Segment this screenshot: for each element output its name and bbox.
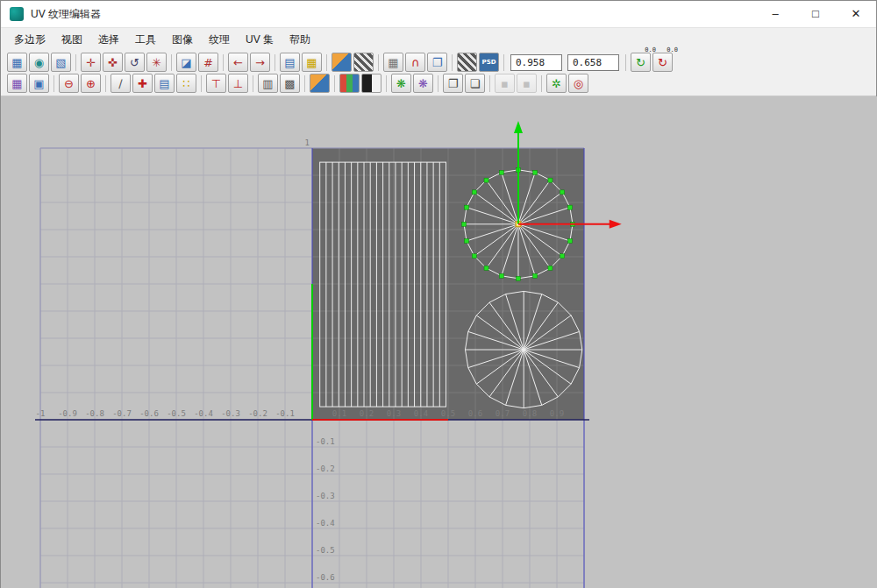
selected-uv-vertex[interactable] xyxy=(499,273,503,278)
maximize-button[interactable]: □ xyxy=(795,1,836,27)
refresh-v-button[interactable]: ↻0.0 xyxy=(652,53,673,72)
pixel-snap-button[interactable]: ▦ xyxy=(383,53,403,72)
flip-v-button-icon: ✜ xyxy=(108,57,118,68)
move-uv-left-button[interactable]: ← xyxy=(228,53,248,72)
uv-shell-disc[interactable] xyxy=(466,291,582,407)
selected-uv-vertex[interactable] xyxy=(465,238,469,243)
shell-image-button[interactable] xyxy=(310,74,330,93)
uv-tweak-tool[interactable]: ▦ xyxy=(7,74,27,93)
selected-uv-vertex[interactable] xyxy=(560,254,565,259)
copy-uvs-button-icon: ❐ xyxy=(432,57,443,68)
uv-grab-tool[interactable]: ▧ xyxy=(51,53,71,72)
menu-item-textures[interactable]: 纹理 xyxy=(201,29,238,51)
rotate-ccw-button[interactable]: ↺ xyxy=(125,53,145,72)
align-u-button[interactable]: ⊤ xyxy=(206,74,226,93)
menu-item-select[interactable]: 选择 xyxy=(90,29,127,51)
menu-item-image[interactable]: 图像 xyxy=(164,29,201,51)
rgb-channels-button[interactable] xyxy=(339,74,360,93)
lock-1-button[interactable]: ▪ xyxy=(495,74,515,93)
selected-uv-vertex[interactable] xyxy=(533,273,538,278)
menu-item-uv-sets[interactable]: UV 集 xyxy=(238,29,282,51)
uv-smudge-tool[interactable]: ◉ xyxy=(29,53,49,72)
selected-uv-vertex[interactable] xyxy=(499,170,503,174)
toolbar-separator xyxy=(541,75,542,92)
snap-magnet-button[interactable]: ∩ xyxy=(405,53,425,72)
dither-image-button[interactable] xyxy=(353,53,374,72)
paste-button[interactable]: ❏ xyxy=(465,74,485,93)
selected-uv-vertex[interactable] xyxy=(461,222,466,226)
uv-lattice-tool[interactable]: ▦ xyxy=(7,53,27,72)
copy-uvs-button[interactable]: ❐ xyxy=(427,53,447,72)
orient-shells-button[interactable]: ▩ xyxy=(280,74,300,93)
snap-grid-button[interactable]: ✲ xyxy=(546,74,567,93)
grow-selection-button-icon: ⊕ xyxy=(86,78,96,89)
toolbar-separator xyxy=(171,54,172,71)
move-uv-right-button-icon: → xyxy=(255,57,265,68)
x-tick-label: 0.6 xyxy=(468,409,482,418)
shrink-selection-button[interactable]: ⊖ xyxy=(59,74,79,93)
layout-uvs-button-icon: ▦ xyxy=(306,57,317,68)
menu-item-polygons[interactable]: 多边形 xyxy=(6,29,53,51)
window-controls: – □ ✕ xyxy=(755,1,876,27)
selected-uv-vertex[interactable] xyxy=(567,238,572,243)
split-uv-button[interactable]: ∕ xyxy=(111,74,131,93)
selected-uv-vertex[interactable] xyxy=(548,178,553,182)
selected-uv-vertex[interactable] xyxy=(465,205,469,209)
lock-2-button[interactable]: ▪ xyxy=(517,74,537,93)
menubar: 多边形视图选择工具图像纹理UV 集帮助 xyxy=(1,27,876,51)
orient-shells-button-icon: ▩ xyxy=(284,78,295,89)
selected-uv-vertex[interactable] xyxy=(484,178,488,182)
menu-item-tool[interactable]: 工具 xyxy=(127,29,164,51)
uv-shell-rect[interactable] xyxy=(320,162,446,407)
cut-uv-edges-button[interactable]: ◪ xyxy=(176,53,196,72)
toolbar-separator xyxy=(304,75,305,92)
minimize-button[interactable]: – xyxy=(755,1,795,27)
selected-uv-vertex[interactable] xyxy=(548,266,553,270)
menu-item-view[interactable]: 视图 xyxy=(53,29,90,51)
checker-tile-button[interactable] xyxy=(457,53,477,72)
copy-button-icon: ❐ xyxy=(448,78,459,89)
refresh-u-button[interactable]: ↻0.0 xyxy=(631,53,651,72)
normalize-uvs-button[interactable]: ▥ xyxy=(258,74,278,93)
unfold-uvs-button[interactable]: ▤ xyxy=(280,53,300,72)
uv-canvas[interactable]: -1-0.9-0.8-0.7-0.6-0.5-0.4-0.3-0.2-0.10.… xyxy=(1,96,877,588)
close-button[interactable]: ✕ xyxy=(836,1,876,27)
display-image-button[interactable] xyxy=(332,53,352,72)
add-divisions-button[interactable]: ✚ xyxy=(132,74,153,93)
selected-uv-vertex[interactable] xyxy=(484,266,488,270)
sew-uv-edges-button[interactable]: # xyxy=(198,53,218,72)
toolbar-separator xyxy=(53,75,54,92)
menu-item-help[interactable]: 帮助 xyxy=(282,29,318,51)
pinch-brush-button[interactable]: ❋ xyxy=(413,74,433,93)
flip-u-button-icon: ✛ xyxy=(86,57,96,68)
copy-button[interactable]: ❐ xyxy=(443,74,463,93)
alpha-channel-button[interactable] xyxy=(361,74,381,93)
rotate-cw-button[interactable]: ✳ xyxy=(146,53,167,72)
randomize-shells-button[interactable]: ∷ xyxy=(176,74,196,93)
align-v-button[interactable]: ⊥ xyxy=(228,74,248,93)
flip-u-button[interactable]: ✛ xyxy=(81,53,101,72)
align-v-button-icon: ⊥ xyxy=(233,78,243,89)
flip-v-button[interactable]: ✜ xyxy=(103,53,123,72)
layout-uvs-button[interactable]: ▦ xyxy=(302,53,322,72)
toolbar-rows: ▦◉▧✛✜↺✳◪#←→▤▦▦∩❐PSD0.9580.658↻0.0↻0.0▦▣⊖… xyxy=(1,51,876,96)
refresh-v-button-icon: ↻ xyxy=(658,57,667,68)
target-weld-button[interactable]: ◎ xyxy=(568,74,588,93)
move-uv-right-button[interactable]: → xyxy=(250,53,270,72)
toolbar-separator xyxy=(625,54,626,71)
uv-border-tool[interactable]: ▣ xyxy=(29,74,49,93)
selected-uv-vertex[interactable] xyxy=(567,205,572,209)
selected-uv-vertex[interactable] xyxy=(560,190,565,195)
psd-button[interactable]: PSD xyxy=(479,53,499,72)
selected-uv-vertex[interactable] xyxy=(516,276,520,280)
v-coord-field[interactable]: 0.658 xyxy=(567,54,619,71)
stack-shells-button[interactable]: ▤ xyxy=(154,74,175,93)
u-coord-field[interactable]: 0.958 xyxy=(510,54,562,71)
selected-uv-vertex[interactable] xyxy=(472,190,476,195)
grow-selection-button[interactable]: ⊕ xyxy=(81,74,101,93)
selected-uv-vertex[interactable] xyxy=(533,170,538,174)
canvas-area[interactable]: -1-0.9-0.8-0.7-0.6-0.5-0.4-0.3-0.2-0.10.… xyxy=(1,96,876,588)
smear-brush-button[interactable]: ❋ xyxy=(391,74,411,93)
target-weld-button-icon: ◎ xyxy=(574,78,583,89)
selected-uv-vertex[interactable] xyxy=(472,254,476,259)
